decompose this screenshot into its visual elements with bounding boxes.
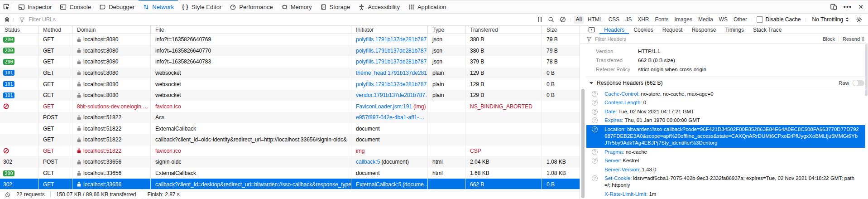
filter-type-xhr[interactable]: XHR — [636, 16, 651, 24]
request-row[interactable]: POST localhost:51822 Acs e957f897-042e-4… — [0, 112, 580, 123]
disable-cache-checkbox[interactable] — [757, 16, 763, 23]
response-header-row[interactable]: ?Content-Length: 0 — [586, 98, 865, 107]
tab-debugger[interactable]: Debugger — [95, 0, 139, 13]
request-row[interactable]: 101 GET localhost:8080 websocket theme_h… — [0, 68, 580, 79]
column-header-size[interactable]: Size — [542, 26, 580, 34]
search-icon[interactable] — [548, 16, 554, 23]
pause-traffic-icon[interactable] — [538, 17, 542, 22]
request-row[interactable]: 200 GET localhost:8080 info?t=1635826640… — [0, 45, 580, 57]
filter-type-other[interactable]: Other — [731, 16, 749, 24]
initiator-link[interactable]: vendor.1791b137de281b787… — [356, 92, 428, 98]
column-header-status[interactable]: Status — [0, 26, 38, 34]
request-row[interactable]: 101 GET localhost:8080 websocket polyfil… — [0, 78, 580, 90]
filter-type-fonts[interactable]: Fonts — [653, 16, 671, 24]
tab-network[interactable]: Network — [139, 0, 178, 13]
details-tab-cookies[interactable]: Cookies — [629, 26, 657, 34]
response-header-row[interactable]: ?Expires: Thu, 01 Jan 1970 00:00:00 GMT — [586, 116, 865, 125]
response-header-row[interactable]: Server-Version: 1.43.0 — [586, 165, 865, 174]
response-header-row[interactable]: ?Pragma: no-cache — [586, 148, 865, 156]
initiator-link[interactable]: polyfills.1791b137de281b787… — [356, 58, 428, 65]
devtools-menu-icon[interactable]: ••• — [844, 5, 852, 9]
header-name[interactable]: Cache-Control: — [604, 91, 639, 97]
filter-headers-input[interactable]: Filter Headers — [595, 36, 626, 42]
initiator-link[interactable]: polyfills.1791b137de281b787… — [356, 48, 428, 54]
help-icon[interactable]: ? — [592, 91, 598, 97]
tab-application[interactable]: Application — [404, 0, 451, 13]
header-name[interactable]: Content-Length: — [604, 100, 642, 105]
details-tab-stack-trace[interactable]: Stack Trace — [748, 26, 786, 34]
help-icon[interactable]: ? — [592, 109, 598, 115]
response-header-row[interactable]: ?Cache-Control: no-store, no-cache, max-… — [586, 90, 865, 98]
column-header-type[interactable]: Type — [428, 26, 465, 34]
block-request-icon[interactable] — [560, 16, 566, 23]
filter-type-html[interactable]: HTML — [585, 16, 604, 24]
column-header-transferred[interactable]: Transferred — [465, 26, 542, 34]
tab-console[interactable]: Console — [56, 0, 95, 13]
help-icon[interactable]: ? — [592, 126, 598, 132]
initiator-link[interactable]: FaviconLoader.jsm:191 — [356, 103, 412, 110]
response-header-row[interactable]: X-Rate-Limit-Limit: 1m — [586, 190, 865, 199]
header-name[interactable]: Server-Version: — [604, 167, 640, 172]
header-name[interactable]: Server: — [604, 158, 621, 163]
throttling-select[interactable]: No Throttling — [812, 16, 849, 23]
header-name[interactable]: Expires: — [604, 117, 623, 123]
details-tab-headers[interactable]: Headers — [599, 26, 629, 34]
response-header-row[interactable]: ?Location: bitwarden://sso-callback?code… — [586, 125, 865, 148]
request-row[interactable]: GET localhost:51822 favicon.ico img CSP — [0, 146, 580, 157]
initiator-link[interactable]: e957f897-042e-4ba1-aff1-… — [356, 114, 424, 121]
raw-toggle[interactable] — [853, 80, 864, 86]
header-name[interactable]: Pragma: — [604, 149, 624, 155]
request-row[interactable]: 302 POST localhost:33656 signin-oidc cal… — [0, 156, 580, 168]
tab-performance[interactable]: Performance — [225, 0, 277, 13]
tab-storage[interactable]: Storage — [316, 0, 355, 13]
response-headers-section[interactable]: Response Headers (662 B) Raw — [586, 77, 868, 89]
column-header-initiator[interactable]: Initiator — [351, 26, 428, 34]
network-settings-gear-icon[interactable] — [856, 16, 863, 23]
request-row[interactable]: GET localhost:51822 ExternalCallback doc… — [0, 123, 580, 135]
filter-type-all[interactable]: All — [574, 16, 584, 24]
filter-type-images[interactable]: Images — [672, 16, 694, 24]
response-header-row[interactable]: ?Date: Tue, 02 Nov 2021 04:17:21 GMT — [586, 107, 865, 116]
element-picker-icon[interactable] — [3, 3, 10, 10]
details-tab-request[interactable]: Request — [658, 26, 687, 34]
initiator-link[interactable]: polyfills.1791b137de281b787… — [356, 81, 428, 87]
close-devtools-icon[interactable]: ✕ — [858, 3, 863, 10]
help-icon[interactable]: ? — [592, 158, 598, 164]
filter-type-js[interactable]: JS — [623, 16, 634, 24]
help-icon[interactable]: ? — [592, 100, 598, 106]
headers-scrollbar-thumb[interactable] — [581, 89, 585, 198]
tab-inspector[interactable]: Inspector — [14, 0, 56, 13]
header-name[interactable]: Date: — [604, 109, 617, 114]
response-header-row[interactable]: ?Set-Cookie: idsrv=adf6cba1-7075-402b-9e… — [586, 174, 865, 190]
request-row[interactable]: 200 GET localhost:8080 info?t=1635826640… — [0, 34, 580, 45]
request-row[interactable]: 200 GET localhost:8080 info?t=1635826640… — [0, 56, 580, 68]
details-tab-response[interactable]: Response — [687, 26, 720, 34]
request-row[interactable]: GET 8bit-solutions-dev.onelogin.… favico… — [0, 101, 580, 112]
block-button[interactable]: Block — [823, 36, 835, 42]
header-name[interactable]: Location: — [604, 126, 626, 132]
filter-urls-input[interactable] — [28, 16, 174, 23]
panel-scrollbar-thumb[interactable] — [865, 44, 868, 96]
filter-type-css[interactable]: CSS — [606, 16, 622, 24]
header-name[interactable]: X-Rate-Limit-Limit: — [604, 191, 647, 197]
resend-button[interactable]: Resend — [843, 36, 864, 42]
help-icon[interactable]: ? — [592, 175, 598, 181]
header-name[interactable]: Set-Cookie: — [604, 175, 632, 181]
split-panel-toggle-icon[interactable] — [588, 27, 595, 33]
column-header-domain[interactable]: Domain — [72, 26, 151, 34]
help-icon[interactable]: ? — [592, 117, 598, 123]
initiator-link[interactable]: callback:5 — [356, 159, 380, 165]
initiator-link[interactable]: polyfills.1791b137de281b787… — [356, 36, 428, 43]
tab-accessibility[interactable]: Accessibility — [354, 0, 404, 13]
filter-type-ws[interactable]: WS — [717, 16, 729, 24]
column-header-file[interactable]: File — [151, 26, 351, 34]
request-row[interactable]: 200 GET localhost:33656 ExternalCallback… — [0, 168, 580, 179]
request-row[interactable]: GET localhost:51822 callback?client_id=o… — [0, 134, 580, 146]
filter-type-media[interactable]: Media — [696, 16, 715, 24]
responsive-design-mode-icon[interactable] — [830, 3, 837, 10]
details-tab-timings[interactable]: Timings — [720, 26, 748, 34]
initiator-link[interactable]: theme_head.1791b137de281… — [356, 70, 428, 76]
response-header-row[interactable]: ?Server: Kestrel — [586, 156, 865, 165]
request-row[interactable]: 101 GET localhost:8080 websocket vendor.… — [0, 90, 580, 101]
tab-style-editor[interactable]: { } Style Editor — [178, 0, 225, 13]
